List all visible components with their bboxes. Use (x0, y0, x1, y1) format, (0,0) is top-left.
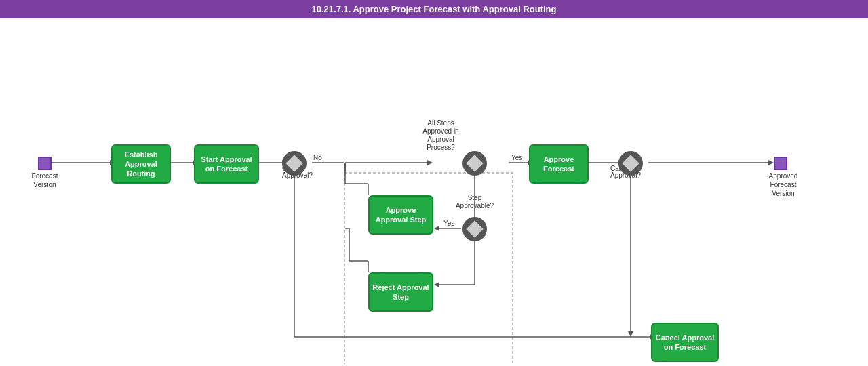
svg-text:Approved in: Approved in (422, 127, 458, 135)
svg-text:Approvable?: Approvable? (456, 202, 494, 209)
svg-text:Yes: Yes (443, 220, 454, 227)
svg-text:Step: Step (468, 194, 482, 201)
step-approvable-decision (462, 217, 487, 241)
cancel-approval-decision-1 (282, 151, 307, 176)
approve-forecast: ApproveForecast (529, 144, 589, 184)
forecast-version-label: Forecast Version (24, 171, 65, 189)
svg-text:Yes: Yes (511, 154, 522, 161)
svg-text:No: No (313, 154, 322, 161)
reject-approval-step: Reject ApprovalStep (368, 272, 433, 312)
svg-marker-23 (628, 331, 633, 337)
diagram-area: No Yes Cancel Approval? Cancel Approval?… (0, 18, 868, 364)
arrows-svg: No Yes Cancel Approval? Cancel Approval?… (0, 18, 868, 364)
svg-marker-40 (427, 160, 433, 165)
start-approval-on-forecast: Start Approvalon Forecast (194, 144, 259, 184)
all-steps-approved-decision (462, 151, 487, 176)
cancel-approval-decision-2 (618, 151, 643, 176)
establish-approval-routing: EstablishApprovalRouting (111, 144, 171, 184)
approved-forecast-version-node (774, 157, 787, 170)
title-bar: 10.21.7.1. Approve Project Forecast with… (0, 0, 868, 18)
svg-marker-34 (434, 226, 439, 231)
svg-text:All Steps: All Steps (427, 119, 454, 127)
approve-approval-step: ApproveApproval Step (368, 195, 433, 235)
svg-marker-16 (768, 160, 774, 165)
svg-text:Approval: Approval (427, 136, 454, 143)
svg-text:Process?: Process? (427, 144, 455, 151)
title-text: 10.21.7.1. Approve Project Forecast with… (312, 4, 557, 14)
approved-forecast-version-label: ApprovedForecastVersion (760, 171, 807, 198)
forecast-version-node (38, 157, 52, 170)
svg-marker-43 (434, 282, 439, 287)
cancel-approval-on-forecast: Cancel Approvalon Forecast (651, 323, 719, 362)
